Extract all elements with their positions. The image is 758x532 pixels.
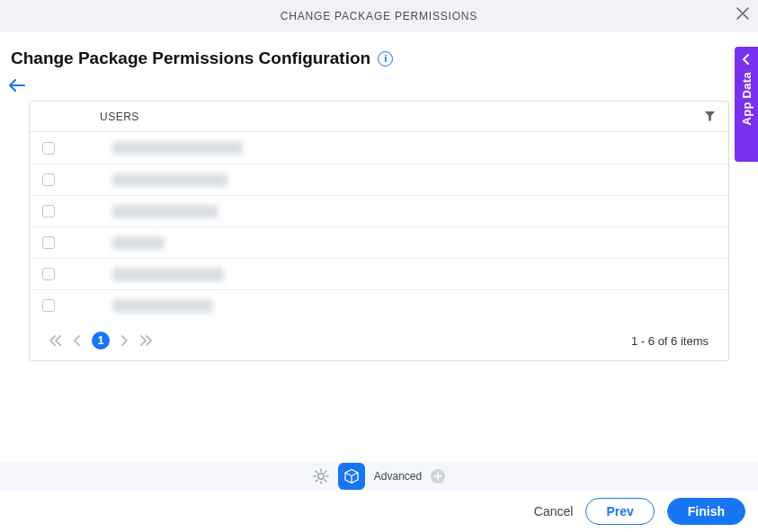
bottom-toolbar: Advanced — [0, 462, 758, 491]
app-data-tab[interactable]: App Data — [735, 47, 758, 162]
row-checkbox[interactable] — [42, 268, 55, 280]
page-next-icon[interactable] — [120, 335, 129, 346]
dialog-actions: Cancel Prev Finish — [534, 498, 745, 525]
content-area: USERS 1 1 - 6 of 6 — [0, 92, 758, 361]
user-name-cell — [112, 268, 224, 281]
package-icon[interactable] — [338, 463, 365, 490]
chevron-left-icon — [743, 54, 750, 65]
user-name-cell — [112, 299, 213, 313]
back-button[interactable] — [9, 79, 27, 92]
subheader: Change Package Permissions Configuration… — [0, 32, 758, 72]
table-row — [30, 132, 728, 164]
dialog-title: CHANGE PACKAGE PERMISSIONS — [281, 10, 477, 22]
row-checkbox[interactable] — [42, 205, 55, 217]
cancel-button[interactable]: Cancel — [534, 504, 574, 519]
filter-icon[interactable] — [704, 111, 716, 122]
table-row — [30, 289, 728, 321]
user-name-cell — [112, 205, 218, 218]
advanced-label: Advanced — [374, 470, 422, 483]
finish-button[interactable]: Finish — [667, 498, 745, 525]
prev-button[interactable]: Prev — [585, 498, 654, 525]
page-first-icon[interactable] — [49, 335, 62, 346]
row-checkbox[interactable] — [42, 173, 55, 186]
close-icon[interactable] — [736, 7, 749, 20]
table-row — [30, 164, 728, 195]
table-row — [30, 226, 728, 258]
gear-icon[interactable] — [313, 468, 329, 484]
svg-point-0 — [318, 474, 324, 479]
row-checkbox[interactable] — [42, 236, 55, 249]
column-users-label: USERS — [100, 111, 139, 123]
page-title: Change Package Permissions Configuration… — [11, 49, 747, 68]
table-footer: 1 1 - 6 of 6 items — [30, 321, 728, 360]
page-prev-icon[interactable] — [73, 335, 81, 346]
user-name-cell — [112, 236, 165, 250]
page-current[interactable]: 1 — [92, 332, 110, 350]
page-last-icon[interactable] — [139, 335, 152, 346]
row-checkbox[interactable] — [42, 299, 55, 312]
pagination-range: 1 - 6 of 6 items — [631, 334, 709, 348]
user-name-cell — [112, 141, 243, 155]
table-row — [30, 258, 728, 289]
pagination: 1 — [49, 332, 152, 350]
plus-icon[interactable] — [431, 469, 445, 483]
titlebar: CHANGE PACKAGE PERMISSIONS — [0, 0, 758, 32]
user-name-cell — [112, 173, 227, 187]
table-row — [30, 195, 728, 226]
table-header: USERS — [30, 102, 728, 132]
users-table: USERS 1 1 - 6 of 6 — [29, 101, 729, 361]
page-title-text: Change Package Permissions Configuration — [11, 49, 370, 68]
info-icon[interactable]: i — [378, 51, 393, 66]
app-data-label: App Data — [740, 72, 754, 125]
row-checkbox[interactable] — [42, 142, 55, 155]
